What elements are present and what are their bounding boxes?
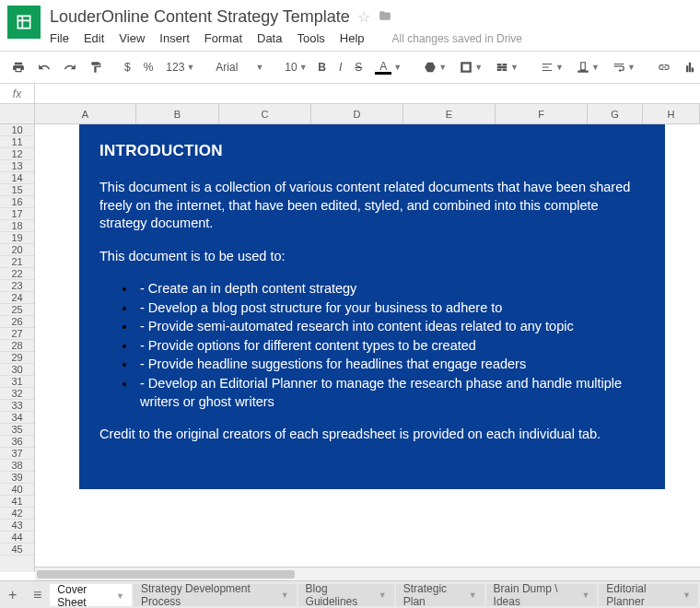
column-header[interactable]: H <box>643 104 700 123</box>
row-header[interactable]: 38 <box>0 460 34 472</box>
menu-edit[interactable]: Edit <box>84 31 104 45</box>
insert-chart-icon[interactable] <box>679 58 700 76</box>
redo-icon[interactable] <box>59 58 81 76</box>
insert-link-icon[interactable] <box>653 58 675 76</box>
print-icon[interactable] <box>7 58 29 76</box>
paint-format-icon[interactable] <box>85 58 107 76</box>
chevron-down-icon[interactable]: ▼ <box>379 590 387 600</box>
column-header[interactable]: D <box>311 104 403 123</box>
sheet-tab[interactable]: Strategy Development Process▼ <box>134 584 297 606</box>
add-sheet-button[interactable]: + <box>0 587 25 603</box>
sheet-tab[interactable]: Editorial Planner▼ <box>599 584 698 606</box>
chevron-down-icon[interactable]: ▼ <box>469 590 477 600</box>
sheet-tab-label: Blog Guidelines <box>306 584 373 606</box>
column-header[interactable]: G <box>588 104 643 123</box>
row-header[interactable]: 31 <box>0 376 34 388</box>
borders-button[interactable]: ▼ <box>455 58 487 76</box>
chevron-down-icon[interactable]: ▼ <box>581 590 589 600</box>
row-header[interactable]: 20 <box>0 244 34 256</box>
menu-view[interactable]: View <box>119 31 145 45</box>
horizontal-scrollbar[interactable] <box>35 567 700 580</box>
row-header[interactable]: 33 <box>0 400 34 412</box>
row-header[interactable]: 10 <box>0 124 34 136</box>
star-icon[interactable]: ☆ <box>357 8 370 26</box>
row-header[interactable]: 25 <box>0 304 34 316</box>
row-header[interactable]: 45 <box>0 544 34 555</box>
column-header[interactable]: A <box>35 104 136 123</box>
row-header[interactable]: 11 <box>0 136 34 148</box>
save-status: All changes saved in Drive <box>392 32 522 45</box>
format-currency-button[interactable]: $ <box>120 58 135 76</box>
sheet-tab-label: Brain Dump \ Ideas <box>494 584 577 606</box>
menu-file[interactable]: File <box>50 31 69 45</box>
menu-data[interactable]: Data <box>257 31 282 45</box>
row-header[interactable]: 34 <box>0 412 34 424</box>
row-header[interactable]: 41 <box>0 496 34 508</box>
row-header[interactable]: 16 <box>0 196 34 208</box>
row-header[interactable]: 18 <box>0 220 34 232</box>
row-header[interactable]: 29 <box>0 352 34 364</box>
row-header[interactable]: 22 <box>0 268 34 280</box>
row-header[interactable]: 17 <box>0 208 34 220</box>
select-all-corner[interactable] <box>0 104 35 123</box>
row-header[interactable]: 37 <box>0 448 34 460</box>
row-header[interactable]: 44 <box>0 532 34 544</box>
row-header[interactable]: 27 <box>0 328 34 340</box>
row-header[interactable]: 19 <box>0 232 34 244</box>
text-color-button[interactable]: A▼ <box>370 58 406 77</box>
row-header[interactable]: 36 <box>0 436 34 448</box>
row-header[interactable]: 32 <box>0 388 34 400</box>
row-header[interactable]: 30 <box>0 364 34 376</box>
column-header[interactable]: E <box>403 104 496 123</box>
wrap-button[interactable]: ▼ <box>608 58 640 76</box>
sheet-tab[interactable]: Strategic Plan▼ <box>396 584 484 606</box>
merge-button[interactable]: ▼ <box>491 58 523 76</box>
menu-format[interactable]: Format <box>204 31 242 45</box>
menu-help[interactable]: Help <box>340 31 365 45</box>
row-header[interactable]: 15 <box>0 184 34 196</box>
undo-icon[interactable] <box>33 58 55 76</box>
sheet-tab[interactable]: Cover Sheet▼ <box>50 584 132 606</box>
italic-button[interactable]: I <box>334 58 346 76</box>
sheet-tab[interactable]: Brain Dump \ Ideas▼ <box>486 584 598 606</box>
bold-button[interactable]: B <box>313 58 331 76</box>
sheet-tab-label: Strategy Development Process <box>141 584 275 606</box>
font-dropdown[interactable]: Arial▼ <box>212 61 267 74</box>
sheet-tab-label: Strategic Plan <box>403 584 463 606</box>
sheet-tab[interactable]: Blog Guidelines▼ <box>298 584 394 606</box>
folder-icon[interactable] <box>378 9 392 25</box>
row-header[interactable]: 26 <box>0 316 34 328</box>
all-sheets-button[interactable]: ≡ <box>25 587 50 603</box>
row-header[interactable]: 42 <box>0 508 34 520</box>
chevron-down-icon[interactable]: ▼ <box>281 590 289 600</box>
valign-button[interactable]: ▼ <box>572 58 604 76</box>
column-header[interactable]: F <box>496 104 588 123</box>
zoom-dropdown[interactable]: 123▼ <box>161 58 199 76</box>
doc-title[interactable]: LouderOnline Content Strategy Template <box>50 7 350 27</box>
fill-color-button[interactable]: ▼ <box>419 58 451 76</box>
intro-bullet: - Create an in depth content strategy <box>136 280 645 298</box>
menu-tools[interactable]: Tools <box>297 31 324 45</box>
row-header[interactable]: 35 <box>0 424 34 436</box>
cell-grid[interactable]: INTRODUCTION This document is a collecti… <box>35 124 700 572</box>
strike-button[interactable]: S <box>350 58 367 76</box>
row-header[interactable]: 12 <box>0 148 34 160</box>
row-header[interactable]: 13 <box>0 160 34 172</box>
row-header[interactable]: 40 <box>0 484 34 496</box>
row-header[interactable]: 28 <box>0 340 34 352</box>
intro-text: This document is to be used to: <box>99 248 645 266</box>
row-header[interactable]: 23 <box>0 280 34 292</box>
menu-insert[interactable]: Insert <box>159 31 190 45</box>
column-header[interactable]: B <box>136 104 219 123</box>
row-header[interactable]: 21 <box>0 256 34 268</box>
halign-button[interactable]: ▼ <box>536 58 568 76</box>
row-header[interactable]: 39 <box>0 472 34 484</box>
chevron-down-icon[interactable]: ▼ <box>682 590 691 600</box>
chevron-down-icon[interactable]: ▼ <box>116 591 124 601</box>
row-header[interactable]: 24 <box>0 292 34 304</box>
format-percent-button[interactable]: % <box>139 58 158 76</box>
row-header[interactable]: 43 <box>0 520 34 532</box>
column-header[interactable]: C <box>219 104 311 123</box>
row-header[interactable]: 14 <box>0 172 34 184</box>
font-size-dropdown[interactable]: 10▼ <box>280 58 300 76</box>
